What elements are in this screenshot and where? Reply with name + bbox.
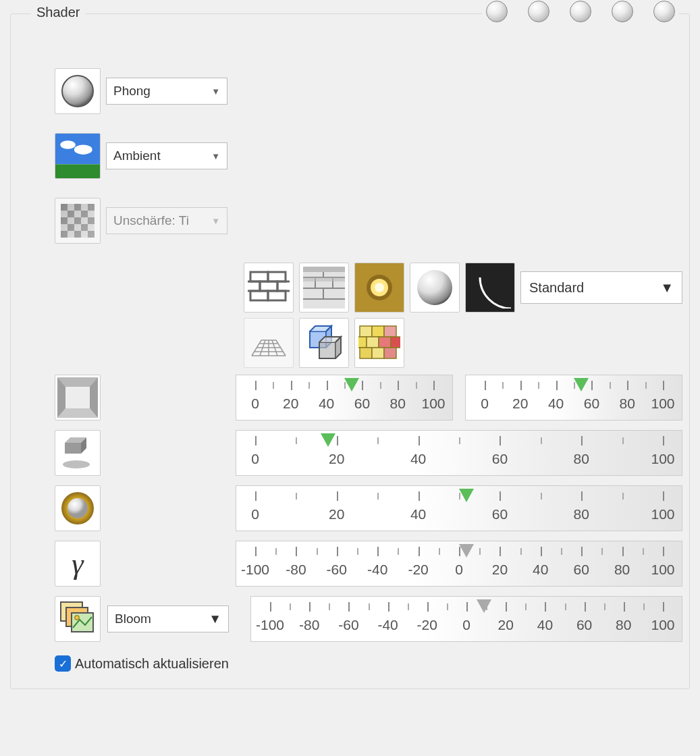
gamma-icon[interactable]: γ bbox=[55, 541, 101, 587]
svg-point-2 bbox=[60, 140, 76, 148]
ambient-slider-b[interactable]: 020406080100 bbox=[465, 375, 682, 421]
color-map-tile[interactable] bbox=[244, 263, 294, 313]
svg-rect-22 bbox=[248, 281, 260, 291]
env-map-tile[interactable] bbox=[410, 263, 460, 313]
post-effect-row: Bloom ▼ -100-80-60-40-20020406080100 bbox=[55, 596, 682, 642]
image-stack-icon[interactable] bbox=[55, 596, 101, 642]
svg-rect-45 bbox=[384, 326, 396, 337]
preset-sphere-3[interactable] bbox=[570, 1, 591, 22]
chevron-down-icon: ▼ bbox=[209, 612, 221, 626]
post-effect-dropdown[interactable]: Bloom ▼ bbox=[107, 605, 229, 632]
luster-slider[interactable]: 020406080100 bbox=[236, 485, 682, 531]
svg-rect-21 bbox=[268, 272, 286, 281]
preset-sphere-2[interactable] bbox=[528, 1, 549, 22]
shading-row: Phong ▼ bbox=[55, 68, 682, 114]
alpha-map-tile[interactable] bbox=[465, 263, 515, 313]
floating-box-icon[interactable] bbox=[55, 430, 101, 476]
chevron-down-icon: ▼ bbox=[660, 280, 674, 296]
projection-dropdown[interactable]: Standard ▼ bbox=[520, 271, 682, 304]
preset-spheres bbox=[482, 1, 679, 22]
panel-title: Shader bbox=[31, 5, 86, 20]
svg-point-41 bbox=[417, 270, 452, 305]
preset-sphere-4[interactable] bbox=[612, 1, 633, 22]
environment-dropdown-label: Ambient bbox=[113, 148, 161, 163]
preset-sphere-5[interactable] bbox=[653, 1, 675, 22]
svg-rect-47 bbox=[367, 337, 379, 348]
svg-point-0 bbox=[62, 76, 93, 107]
auto-update-checkbox[interactable]: ✓ bbox=[55, 655, 71, 672]
svg-marker-60 bbox=[65, 443, 81, 454]
luster-row: 020406080100 bbox=[55, 485, 682, 531]
checker-icon bbox=[55, 198, 101, 244]
sphere-icon[interactable] bbox=[55, 68, 101, 114]
backface-tile[interactable] bbox=[299, 318, 349, 368]
blur-dropdown-label: Unschärfe: Ti bbox=[113, 213, 189, 228]
environment-row: Ambient ▼ bbox=[55, 133, 682, 179]
ambient-slider-a[interactable]: 020406080100 bbox=[236, 375, 453, 421]
svg-rect-19 bbox=[61, 204, 95, 238]
svg-rect-48 bbox=[379, 337, 391, 348]
interior-box-icon[interactable] bbox=[55, 375, 101, 421]
softshadow-slider[interactable]: 020406080100 bbox=[236, 430, 682, 476]
svg-rect-23 bbox=[260, 281, 277, 291]
preset-sphere-1[interactable] bbox=[486, 1, 508, 22]
auto-update-label: Automatisch aktualisieren bbox=[75, 656, 229, 672]
svg-rect-35 bbox=[303, 267, 345, 272]
shader-panel: Shader bbox=[10, 14, 690, 689]
bump-map-tile[interactable] bbox=[299, 263, 349, 313]
chevron-down-icon: ▼ bbox=[211, 151, 220, 161]
environment-dropdown[interactable]: Ambient ▼ bbox=[106, 142, 227, 169]
svg-rect-50 bbox=[360, 348, 372, 358]
shading-dropdown[interactable]: Phong ▼ bbox=[106, 78, 227, 105]
gamma-slider[interactable]: -100-80-60-40-20020406080100 bbox=[236, 541, 682, 587]
svg-rect-43 bbox=[360, 326, 372, 337]
svg-rect-25 bbox=[250, 291, 268, 300]
svg-rect-26 bbox=[268, 291, 286, 300]
svg-rect-4 bbox=[55, 164, 100, 178]
chevron-down-icon: ▼ bbox=[211, 216, 220, 226]
environment-icon[interactable] bbox=[55, 133, 101, 179]
svg-rect-58 bbox=[65, 387, 90, 408]
svg-rect-46 bbox=[358, 337, 367, 348]
post-effect-label: Bloom bbox=[115, 612, 151, 626]
blur-dropdown: Unschärfe: Ti ▼ bbox=[106, 207, 227, 234]
svg-rect-52 bbox=[384, 348, 396, 358]
svg-point-68 bbox=[75, 616, 79, 620]
svg-rect-42 bbox=[469, 267, 511, 308]
light-map-tile[interactable] bbox=[354, 263, 404, 313]
svg-point-40 bbox=[375, 283, 384, 292]
grid-projection-tile bbox=[244, 318, 294, 368]
ambient-occlusion-row: 020406080100 020406080100 bbox=[55, 375, 682, 421]
svg-rect-24 bbox=[277, 281, 290, 291]
auto-update-row: ✓ Automatisch aktualisieren bbox=[55, 655, 682, 672]
projection-dropdown-label: Standard bbox=[529, 280, 584, 296]
shading-dropdown-label: Phong bbox=[113, 84, 151, 99]
svg-rect-49 bbox=[391, 337, 400, 348]
svg-rect-51 bbox=[372, 348, 384, 358]
bloom-slider[interactable]: -100-80-60-40-20020406080100 bbox=[250, 596, 682, 642]
softshadow-row: 020406080100 bbox=[55, 430, 682, 476]
chevron-down-icon: ▼ bbox=[211, 86, 220, 97]
polycolor-tile[interactable] bbox=[354, 318, 404, 368]
texture-section: Standard ▼ bbox=[244, 263, 682, 368]
svg-rect-36 bbox=[303, 277, 345, 281]
svg-point-62 bbox=[63, 460, 90, 468]
svg-point-3 bbox=[74, 145, 92, 155]
blur-row: Unschärfe: Ti ▼ bbox=[55, 198, 682, 244]
svg-point-64 bbox=[68, 498, 88, 518]
gamma-row: γ -100-80-60-40-20020406080100 bbox=[55, 541, 682, 587]
gold-ring-icon[interactable] bbox=[55, 485, 101, 531]
svg-rect-20 bbox=[250, 272, 268, 281]
svg-rect-44 bbox=[372, 326, 384, 337]
